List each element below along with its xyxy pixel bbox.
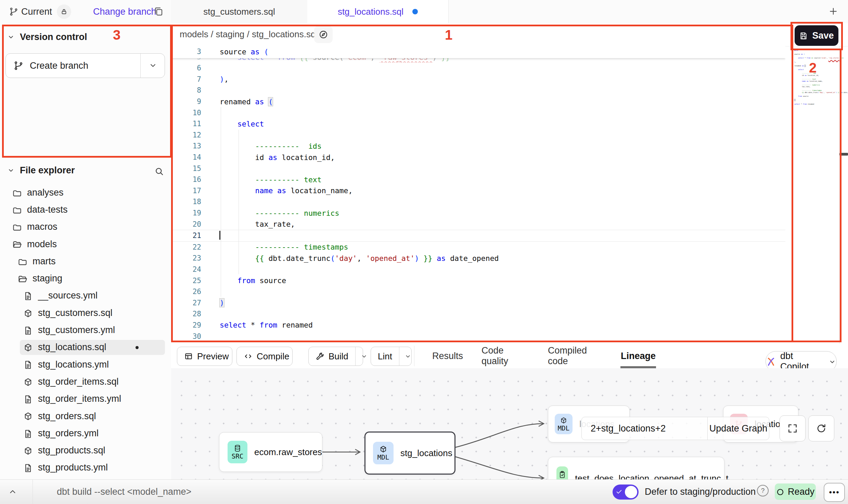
src-badge: SRC bbox=[228, 441, 247, 463]
scrollbar-gutter bbox=[839, 46, 839, 344]
file-item-staging[interactable]: staging bbox=[0, 270, 171, 287]
status-bar: dbt build --select <model_name> Defer to… bbox=[0, 479, 848, 504]
tab-lineage[interactable]: Lineage bbox=[623, 344, 653, 368]
file-item-stg_orders.yml[interactable]: stg_orders.yml bbox=[0, 425, 171, 442]
graph-selector-input[interactable]: 2+stg_locations+2 bbox=[582, 417, 707, 440]
sticky-scroll-line: 3source as ( bbox=[171, 46, 785, 58]
chevron-down-icon bbox=[7, 166, 15, 174]
file-item-stg_locations.yml[interactable]: stg_locations.yml bbox=[0, 356, 171, 373]
compass-icon[interactable] bbox=[314, 26, 333, 43]
file-item-marts[interactable]: marts bbox=[0, 253, 171, 270]
file-item-macros[interactable]: macros bbox=[0, 218, 171, 236]
code-line-22[interactable]: 22 ---------- timestamps bbox=[171, 242, 785, 253]
preview-button[interactable]: Preview bbox=[177, 347, 232, 366]
code-line-23[interactable]: 23 {{ dbt.date_trunc('day', 'opened_at')… bbox=[171, 253, 785, 264]
file-item-stg_locations.sql[interactable]: stg_locations.sql bbox=[0, 339, 171, 356]
code-line-19[interactable]: 19 ---------- numerics bbox=[171, 208, 785, 219]
panel-resize-handle[interactable] bbox=[839, 153, 848, 156]
code-line-29[interactable]: 29select * from renamed bbox=[171, 320, 785, 331]
node-label: stg_locations bbox=[400, 448, 452, 459]
file-item-stg_orders.sql[interactable]: stg_orders.sql bbox=[0, 408, 171, 425]
refresh-icon[interactable] bbox=[808, 415, 834, 441]
file-item-data-tests[interactable]: data-tests bbox=[0, 201, 171, 218]
lineage-node-source[interactable]: SRC ecom.raw_stores bbox=[219, 432, 322, 472]
lineage-controls: 2+stg_locations+2 Update Graph bbox=[581, 417, 769, 440]
sidebar: Version control Create branch File explo… bbox=[0, 23, 171, 479]
update-graph-button[interactable]: Update Graph bbox=[707, 417, 769, 440]
code-line-10[interactable]: 10 bbox=[171, 107, 785, 118]
file-explorer-header[interactable]: File explorer bbox=[0, 163, 171, 178]
save-button[interactable]: Save bbox=[795, 25, 838, 46]
create-branch-button[interactable]: Create branch bbox=[5, 53, 165, 78]
lineage-node-test[interactable]: TST test_does_location_opened_at_trunc_t… bbox=[548, 457, 724, 479]
tab-code-quality[interactable]: Code quality bbox=[481, 344, 528, 368]
file-label: stg_order_items.sql bbox=[38, 376, 119, 387]
code-line-7[interactable]: 7), bbox=[171, 74, 785, 85]
minimap[interactable]: with source as ( select * from {{ source… bbox=[792, 46, 839, 344]
command-input[interactable]: dbt build --select <model_name> bbox=[57, 487, 191, 497]
tab-stg_customers.sql[interactable]: stg_customers.sql bbox=[171, 0, 308, 23]
code-line-27[interactable]: 27) bbox=[171, 297, 785, 308]
compile-button[interactable]: Compile bbox=[236, 347, 293, 366]
file-item-stg_order_items.sql[interactable]: stg_order_items.sql bbox=[0, 373, 171, 390]
mdl-badge: MDL bbox=[555, 414, 573, 434]
lint-button[interactable]: Lint bbox=[371, 347, 412, 366]
defer-toggle[interactable] bbox=[613, 485, 639, 500]
code-line-26[interactable]: 26 bbox=[171, 286, 785, 297]
file-item-__sources.yml[interactable]: __sources.yml bbox=[0, 287, 171, 304]
code-line-30[interactable]: 30 bbox=[171, 331, 785, 342]
copy-icon[interactable] bbox=[153, 6, 164, 17]
code-line-11[interactable]: 11 select bbox=[171, 118, 785, 130]
code-line-13[interactable]: 13 ---------- ids bbox=[171, 141, 785, 152]
code-line-18[interactable]: 18 bbox=[171, 196, 785, 208]
code-line-12[interactable]: 12 bbox=[171, 130, 785, 141]
code-line-17[interactable]: 17 name as location_name, bbox=[171, 185, 785, 197]
code-line-8[interactable]: 8 bbox=[171, 85, 785, 96]
collapse-icon[interactable] bbox=[8, 487, 17, 496]
tab-results[interactable]: Results bbox=[433, 344, 463, 368]
model-icon bbox=[23, 342, 33, 353]
code-line-25[interactable]: 25 from source bbox=[171, 275, 785, 286]
code-line-21[interactable]: 21 bbox=[171, 230, 785, 242]
code-line-9[interactable]: 9renamed as ( bbox=[171, 96, 785, 107]
change-branch-link[interactable]: Change branch bbox=[93, 6, 156, 17]
bottom-toolbar: PreviewCompileBuildLint ResultsCode qual… bbox=[171, 344, 848, 369]
tab-stg_locations.sql[interactable]: stg_locations.sql bbox=[307, 0, 449, 24]
code-line-3[interactable]: 3source as ( bbox=[171, 46, 785, 57]
fullscreen-icon[interactable] bbox=[780, 415, 806, 441]
code-line-28[interactable]: 28 bbox=[171, 308, 785, 320]
code-line-5[interactable]: 5 select * from {{ source('ecom', 'raw_s… bbox=[171, 58, 785, 63]
button-divider bbox=[140, 54, 141, 78]
build-button[interactable]: Build bbox=[308, 347, 363, 366]
file-item-analyses[interactable]: analyses bbox=[0, 184, 171, 201]
defer-label: Defer to staging/production bbox=[645, 487, 756, 497]
tab-compiled-code[interactable]: Compiled code bbox=[548, 344, 603, 368]
file-item-stg_products.sql[interactable]: stg_products.sql bbox=[0, 442, 171, 459]
search-icon[interactable] bbox=[154, 166, 164, 176]
toggle-knob bbox=[625, 486, 637, 498]
unsaved-indicator bbox=[136, 346, 139, 349]
file-icon bbox=[23, 359, 33, 370]
code-line-20[interactable]: 20 tax_rate, bbox=[171, 218, 785, 230]
file-item-stg_customers.yml[interactable]: stg_customers.yml bbox=[0, 321, 171, 339]
code-line-6[interactable]: 6 bbox=[171, 63, 785, 74]
code-line-14[interactable]: 14 id as location_id, bbox=[171, 152, 785, 163]
chevron-down-icon[interactable] bbox=[355, 347, 373, 366]
help-icon[interactable]: ? bbox=[757, 485, 769, 496]
file-label: macros bbox=[27, 222, 57, 232]
code-line-16[interactable]: 16 ---------- text bbox=[171, 174, 785, 185]
code-editor[interactable]: 67),89renamed as (1011 select1213 ------… bbox=[171, 46, 785, 344]
top-bar: Current Change branch stg_customers.sqls… bbox=[0, 0, 848, 24]
new-tab-button[interactable] bbox=[828, 6, 838, 16]
version-control-header[interactable]: Version control bbox=[0, 29, 171, 44]
file-item-stg_order_items.yml[interactable]: stg_order_items.yml bbox=[0, 390, 171, 408]
code-line-24[interactable]: 24 bbox=[171, 264, 785, 275]
file-item-stg_customers.sql[interactable]: stg_customers.sql bbox=[0, 304, 171, 321]
lineage-node-stg-locations[interactable]: MDL stg_locations bbox=[364, 432, 455, 475]
lineage-canvas[interactable]: SRC ecom.raw_stores MDL stg_locations MD… bbox=[171, 368, 848, 479]
chevron-down-icon[interactable] bbox=[148, 61, 158, 70]
file-item-stg_products.yml[interactable]: stg_products.yml bbox=[0, 459, 171, 476]
file-item-models[interactable]: models bbox=[0, 236, 171, 253]
more-options-button[interactable]: ••• bbox=[824, 483, 845, 502]
code-line-15[interactable]: 15 bbox=[171, 163, 785, 174]
